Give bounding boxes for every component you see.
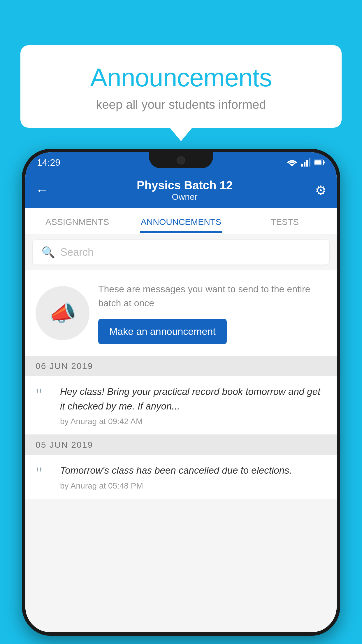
announcement-content-2: Tomorrow's class has been cancelled due …: [60, 463, 292, 491]
tabs-container: ASSIGNMENTS ANNOUNCEMENTS TESTS: [25, 208, 337, 233]
front-camera: [177, 156, 185, 164]
app-header: ← Physics Batch 12 Owner ⚙: [25, 173, 337, 208]
announcement-item-1[interactable]: " Hey class! Bring your practical record…: [25, 376, 337, 435]
announcement-text-1: Hey class! Bring your practical record b…: [60, 384, 326, 413]
header-subtitle: Owner: [54, 192, 315, 202]
announcement-meta-1: by Anurag at 09:42 AM: [60, 417, 326, 426]
speech-bubble: Announcements keep all your students inf…: [20, 45, 342, 128]
date-separator-1: 06 JUN 2019: [25, 356, 337, 376]
status-icons: [287, 158, 325, 167]
svg-rect-3: [309, 158, 310, 167]
announcement-text-2: Tomorrow's class has been cancelled due …: [60, 463, 292, 478]
quote-icon-2: ": [36, 465, 53, 482]
svg-rect-1: [304, 162, 305, 167]
search-placeholder: Search: [60, 246, 94, 258]
status-time: 14:29: [37, 157, 60, 168]
bubble-title: Announcements: [44, 63, 318, 92]
announcement-icon-circle: 📣: [36, 286, 89, 340]
battery-icon: [314, 159, 325, 166]
back-button[interactable]: ←: [36, 183, 48, 197]
tab-announcements[interactable]: ANNOUNCEMENTS: [129, 217, 233, 233]
quote-icon-1: ": [36, 386, 53, 403]
phone-frame: 14:29: [22, 149, 340, 636]
phone-container: 14:29: [22, 149, 340, 644]
signal-icon: [301, 158, 310, 167]
search-bar[interactable]: 🔍 Search: [33, 240, 329, 265]
tab-tests[interactable]: TESTS: [233, 217, 337, 233]
screen: 14:29: [25, 152, 337, 632]
make-announcement-button[interactable]: Make an announcement: [98, 319, 227, 344]
wifi-icon: [287, 158, 298, 167]
speech-bubble-container: Announcements keep all your students inf…: [20, 45, 342, 128]
announcement-content-1: Hey class! Bring your practical record b…: [60, 384, 326, 426]
svg-rect-2: [306, 160, 308, 167]
megaphone-icon: 📣: [49, 300, 76, 326]
announcement-meta-2: by Anurag at 05:48 PM: [60, 481, 292, 491]
svg-rect-5: [324, 162, 325, 164]
search-icon: 🔍: [41, 246, 55, 259]
svg-rect-0: [301, 164, 303, 167]
settings-button[interactable]: ⚙: [315, 183, 326, 198]
header-title: Physics Batch 12: [54, 179, 315, 192]
content-area: 🔍 Search 📣 These are messages you want t…: [25, 234, 337, 632]
header-title-section: Physics Batch 12 Owner: [54, 179, 315, 202]
bubble-subtitle: keep all your students informed: [44, 98, 318, 112]
svg-rect-6: [314, 160, 321, 164]
date-separator-2: 05 JUN 2019: [25, 435, 337, 455]
phone-notch: [149, 152, 213, 168]
announcement-item-2[interactable]: " Tomorrow's class has been cancelled du…: [25, 455, 337, 499]
announcement-card-right: These are messages you want to send to t…: [98, 282, 326, 344]
announcement-card: 📣 These are messages you want to send to…: [25, 270, 337, 356]
announcement-description: These are messages you want to send to t…: [98, 282, 326, 310]
tab-assignments[interactable]: ASSIGNMENTS: [25, 217, 129, 233]
